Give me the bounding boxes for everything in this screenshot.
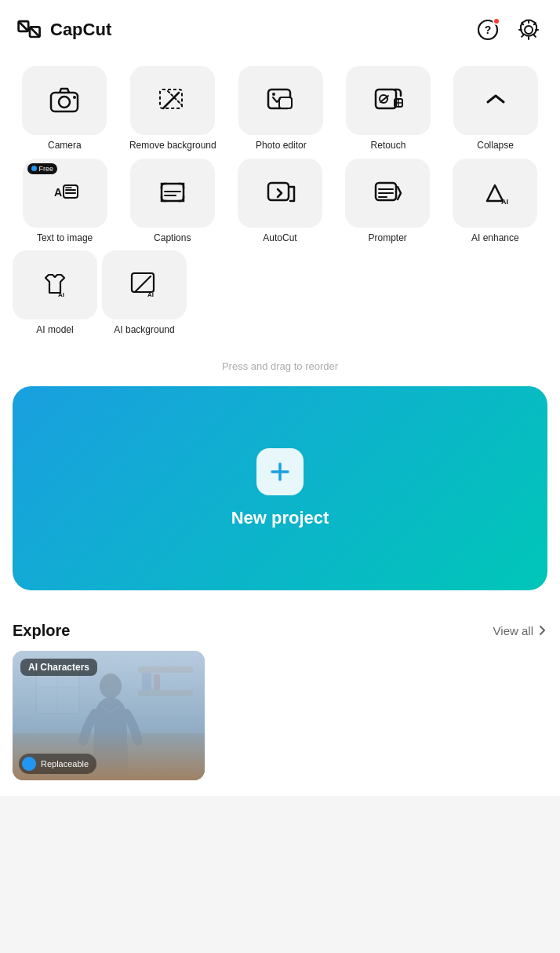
chevron-right-icon [536, 625, 547, 636]
explore-card-ai-characters[interactable]: AI Characters Replaceable [13, 651, 205, 780]
tool-ai-background-label: AI background [114, 324, 174, 337]
svg-rect-6 [51, 93, 78, 111]
svg-rect-46 [154, 674, 160, 690]
tool-camera-label: Camera [48, 140, 82, 152]
tool-text-to-image[interactable]: Free A Text to image [23, 159, 107, 245]
tool-photo-editor-label: Photo editor [256, 140, 307, 152]
svg-text:A: A [54, 186, 62, 199]
card-tag-ai-characters: AI Characters [20, 659, 97, 676]
tool-ai-model-label: AI model [36, 324, 73, 337]
svg-text:AI: AI [58, 291, 64, 298]
tool-ai-enhance[interactable]: AI AI enhance [453, 159, 537, 245]
tool-ai-enhance-label: AI enhance [471, 232, 519, 245]
tools-section: Camera Remove background [0, 53, 560, 349]
tool-captions-label: Captions [154, 232, 191, 245]
svg-point-12 [272, 93, 275, 96]
plus-icon [268, 460, 292, 484]
new-project-label: New project [231, 508, 329, 528]
captions-icon [157, 179, 188, 207]
tools-row-3: AI AI model AI AI background [13, 250, 547, 337]
tool-remove-bg-label: Remove background [129, 140, 216, 152]
tool-remove-bg[interactable]: Remove background [129, 66, 216, 152]
new-project-button[interactable]: New project [13, 386, 547, 590]
tool-camera[interactable]: Camera [22, 66, 107, 152]
remove-bg-icon [157, 86, 188, 115]
svg-rect-13 [376, 89, 396, 108]
prompter-icon [372, 179, 403, 207]
svg-rect-44 [138, 690, 193, 696]
svg-rect-43 [138, 666, 193, 673]
tool-ai-background[interactable]: AI AI background [102, 250, 187, 337]
tools-row-2: Free A Text to image [13, 159, 547, 245]
free-badge: Free [27, 163, 58, 174]
tool-prompter[interactable]: Prompter [345, 159, 430, 245]
ai-enhance-icon: AI [479, 179, 511, 207]
help-button[interactable]: ? [472, 14, 504, 46]
logo-text: CapCut [50, 20, 111, 40]
new-project-plus-icon [256, 448, 304, 495]
tool-ai-model[interactable]: AI AI model [13, 250, 97, 337]
tools-row-1: Camera Remove background [13, 66, 547, 152]
photo-editor-icon [265, 86, 296, 115]
tool-collapse-label: Collapse [477, 140, 514, 152]
replaceable-icon [22, 757, 36, 771]
tool-autocut-label: AutoCut [263, 232, 296, 245]
ai-model-icon: AI [39, 270, 71, 300]
retouch-icon [373, 86, 404, 115]
svg-line-3 [30, 27, 40, 37]
svg-point-8 [73, 96, 76, 99]
tool-prompter-label: Prompter [368, 232, 406, 245]
card-bottom-replaceable: Replaceable [19, 754, 96, 774]
tool-retouch[interactable]: Retouch [346, 66, 431, 152]
svg-rect-45 [142, 673, 151, 690]
svg-point-47 [100, 674, 122, 699]
tool-retouch-label: Retouch [371, 140, 406, 152]
header-icons: ? [472, 14, 544, 46]
logo-area: CapCut [16, 16, 111, 44]
camera-icon [49, 86, 80, 115]
new-project-section: New project [0, 386, 560, 606]
card-bottom-text: Replaceable [41, 759, 89, 769]
settings-button[interactable] [513, 14, 544, 46]
svg-line-1 [19, 21, 29, 31]
collapse-icon [482, 86, 510, 115]
tool-autocut[interactable]: AutoCut [238, 159, 322, 245]
explore-title: Explore [13, 622, 70, 640]
ai-background-icon: AI [129, 270, 160, 300]
header: CapCut ? [0, 0, 560, 53]
svg-rect-11 [279, 97, 292, 108]
drag-hint: Press and drag to reorder [0, 349, 560, 386]
svg-text:AI: AI [501, 198, 508, 206]
tool-text-to-image-label: Text to image [37, 232, 93, 245]
explore-header: Explore View all [13, 622, 547, 640]
explore-section: Explore View all [0, 606, 560, 796]
view-all-button[interactable]: View all [493, 624, 547, 637]
svg-text:?: ? [485, 24, 492, 36]
autocut-icon [264, 179, 296, 207]
capcut-logo-icon [16, 16, 44, 44]
view-all-label: View all [493, 624, 533, 637]
settings-icon [518, 19, 540, 41]
notification-dot [493, 17, 500, 25]
tool-captions[interactable]: Captions [130, 159, 215, 245]
text-to-image-icon: A [49, 179, 81, 207]
svg-text:AI: AI [147, 291, 154, 298]
svg-point-7 [59, 97, 70, 108]
tool-photo-editor[interactable]: Photo editor [238, 66, 323, 152]
tool-collapse[interactable]: Collapse [453, 66, 538, 152]
